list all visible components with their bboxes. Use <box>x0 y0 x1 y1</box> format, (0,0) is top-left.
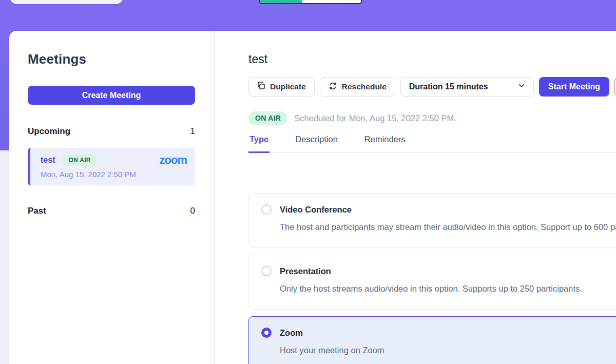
radio-checked-icon[interactable] <box>261 328 272 338</box>
reschedule-button[interactable]: Reschedule <box>320 77 395 97</box>
meeting-list-item[interactable]: test ON AIR zoom Mon, Aug 15, 2022 2:50 … <box>28 148 195 185</box>
start-meeting-button[interactable]: Start Meeting <box>539 77 609 97</box>
top-progress-bar <box>259 0 362 4</box>
tab-description[interactable]: Description <box>294 135 339 153</box>
meeting-datetime: Mon, Aug 15, 2022 2:50 PM <box>41 170 187 179</box>
tab-reminders[interactable]: Reminders <box>363 135 407 153</box>
chevron-down-icon <box>518 82 525 91</box>
sidebar-title: Meetings <box>28 51 195 67</box>
duplicate-button[interactable]: Duplicate <box>248 77 315 97</box>
status-row: ON AIR Scheduled for Mon, Aug 15, 2022 2… <box>248 111 616 125</box>
option-presentation[interactable]: Presentation Only the host streams audio… <box>248 255 616 310</box>
scheduled-text: Scheduled for Mon, Aug 15, 2022 2:50 PM. <box>294 113 456 123</box>
meeting-type-options: Video Conference The host and participan… <box>248 193 616 364</box>
upcoming-section-header[interactable]: Upcoming 1 <box>28 126 195 137</box>
option-description: The host and participants may stream the… <box>280 220 616 235</box>
option-description: Host your meeting on Zoom <box>280 343 616 358</box>
on-air-status-badge: ON AIR <box>248 111 287 125</box>
progress-fill <box>260 0 302 3</box>
on-air-badge: ON AIR <box>62 155 97 166</box>
upcoming-count: 1 <box>190 126 195 137</box>
copy-icon <box>257 82 265 92</box>
meeting-name: test <box>41 156 55 165</box>
refresh-icon <box>329 82 337 92</box>
meetings-panel: Meetings Create Meeting Upcoming 1 test … <box>9 31 616 364</box>
create-meeting-button[interactable]: Create Meeting <box>28 86 195 105</box>
zoom-logo: zoom <box>160 155 187 166</box>
sidebar: Meetings Create Meeting Upcoming 1 test … <box>9 31 215 364</box>
top-toast-pill <box>10 0 123 4</box>
radio-unchecked-icon[interactable] <box>261 266 272 276</box>
past-count: 0 <box>190 206 195 216</box>
radio-unchecked-icon[interactable] <box>261 204 272 215</box>
tab-type[interactable]: Type <box>248 135 270 153</box>
meeting-title: test <box>248 52 616 66</box>
option-zoom[interactable]: Zoom Host your meeting on Zoom <box>248 316 616 364</box>
meeting-detail: test Duplicate <box>215 31 616 364</box>
tab-bar: Type Description Reminders <box>248 135 616 153</box>
option-video-conference[interactable]: Video Conference The host and participan… <box>248 193 616 248</box>
toolbar: Duplicate Reschedule Duration 15 minutes <box>248 77 616 97</box>
option-description: Only the host streams audio/video in thi… <box>280 281 616 296</box>
past-label: Past <box>28 206 46 216</box>
past-section-header[interactable]: Past 0 <box>28 206 195 216</box>
duration-select[interactable]: Duration 15 minutes <box>400 77 534 97</box>
upcoming-label: Upcoming <box>28 126 70 137</box>
